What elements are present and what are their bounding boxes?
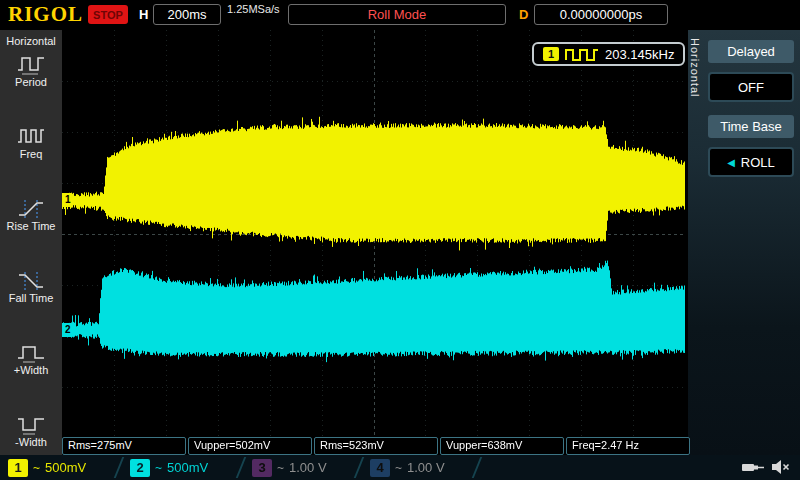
measurement-rms-ch1: Rms=275mV (62, 437, 186, 455)
channel-3-number-badge: 3 (252, 459, 272, 477)
channel-1-number-badge: 1 (8, 459, 28, 477)
sample-rate-readout: 1.25MSa/s (227, 3, 280, 15)
sidebar-item-rise-time[interactable]: Rise Time (0, 198, 62, 263)
timebase-value-label: ROLL (741, 155, 775, 170)
delayed-value-button[interactable]: OFF (708, 72, 794, 102)
minus-width-icon (16, 414, 46, 436)
acquisition-mode-readout: Roll Mode (288, 4, 506, 25)
selected-arrow-icon: ◀ (727, 157, 735, 168)
horizontal-label: H (139, 7, 148, 22)
measurement-results-row: Rms=275mV Vupper=502mV Rms=523mV Vupper=… (62, 437, 690, 455)
sidebar-item-fall-time[interactable]: Fall Time (0, 270, 62, 335)
speaker-mute-icon[interactable] (770, 457, 792, 477)
left-sidebar-title: Horizontal (0, 35, 62, 47)
delayed-value-label: OFF (738, 80, 764, 95)
segment-divider (354, 457, 364, 478)
timebase-menu-header[interactable]: Time Base (708, 115, 794, 138)
sidebar-item-label: Rise Time (0, 220, 62, 232)
delay-readout[interactable]: 0.00000000ps (534, 4, 668, 25)
period-icon (16, 54, 46, 76)
channel-3-scale: 1.00 V (289, 460, 327, 475)
sidebar-item-freq[interactable]: Freq (0, 126, 62, 191)
sidebar-item-label: Fall Time (0, 292, 62, 304)
freq-icon (16, 126, 46, 148)
frequency-readout: 203.145kHz (605, 47, 674, 62)
sidebar-item-plus-width[interactable]: +Width (0, 342, 62, 407)
channel-2-scale: 500mV (167, 460, 208, 475)
delay-label: D (519, 7, 528, 22)
channel-4-scale: 1.00 V (407, 460, 445, 475)
left-measure-sidebar: Horizontal Period Freq Rise Time Fall Ti… (0, 30, 62, 455)
run-state-badge[interactable]: STOP (88, 5, 128, 24)
right-panel-title: Horizontal (689, 38, 701, 98)
measurement-freq: Freq=2.47 Hz (566, 437, 690, 455)
channel-3-status[interactable]: 3 ~ 1.00 V (252, 455, 327, 480)
channel-2-number-badge: 2 (130, 459, 150, 477)
segment-divider (114, 457, 124, 478)
sidebar-item-label: Freq (0, 148, 62, 160)
rise-time-icon (16, 198, 46, 220)
measurement-vupper-ch2: Vupper=638mV (440, 437, 564, 455)
channel-1-status[interactable]: 1 ~ 500mV (8, 455, 86, 480)
sidebar-item-label: -Width (0, 436, 62, 448)
timebase-value-button[interactable]: ◀ ROLL (708, 147, 794, 177)
waveform-canvas (62, 30, 685, 438)
sidebar-item-period[interactable]: Period (0, 54, 62, 119)
segment-divider (472, 457, 482, 478)
sidebar-item-label: Period (0, 76, 62, 88)
channel-2-status[interactable]: 2 ~ 500mV (130, 455, 208, 480)
channel-1-coupling-icon: ~ (33, 461, 40, 475)
square-wave-icon (565, 48, 599, 61)
delayed-menu-header[interactable]: Delayed (708, 40, 794, 63)
segment-divider (236, 457, 246, 478)
rigol-logo: RIGOL (8, 2, 83, 27)
channel-1-badge: 1 (543, 47, 559, 61)
channel-4-number-badge: 4 (370, 459, 390, 477)
channel-1-scale: 500mV (45, 460, 86, 475)
usb-icon (740, 457, 766, 477)
channel-4-status[interactable]: 4 ~ 1.00 V (370, 455, 445, 480)
channel-status-bar: 1 ~ 500mV 2 ~ 500mV 3 ~ 1.00 V 4 ~ 1.00 … (0, 455, 800, 480)
channel-2-coupling-icon: ~ (155, 461, 162, 475)
trigger-frequency-badge: 1 203.145kHz (532, 42, 685, 66)
top-status-bar: RIGOL STOP H 200ms 1.25MSa/s Roll Mode D… (0, 0, 800, 30)
measurement-vupper-ch1: Vupper=502mV (188, 437, 312, 455)
fall-time-icon (16, 270, 46, 292)
right-menu-panel: Horizontal Delayed OFF Time Base ◀ ROLL (688, 30, 800, 455)
channel-3-coupling-icon: ~ (277, 461, 284, 475)
measurement-rms-ch2: Rms=523mV (314, 437, 438, 455)
plus-width-icon (16, 342, 46, 364)
timebase-readout[interactable]: 200ms (153, 4, 221, 25)
channel-4-coupling-icon: ~ (395, 461, 402, 475)
waveform-display: 1 203.145kHz 1 2 (62, 30, 685, 438)
sidebar-item-label: +Width (0, 364, 62, 376)
